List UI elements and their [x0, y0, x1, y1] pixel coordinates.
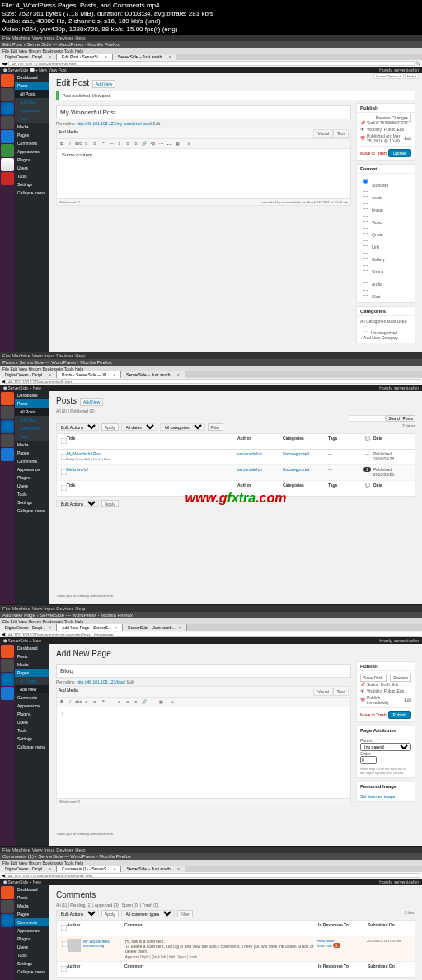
wp-icon[interactable]: ⬢	[3, 385, 7, 390]
post-category[interactable]: Uncategorized	[283, 467, 328, 478]
comment-types-select[interactable]: All comment types	[121, 910, 175, 917]
italic-icon[interactable]: I	[67, 141, 73, 147]
sidebar-pages[interactable]: Pages	[15, 131, 49, 139]
format-status[interactable]: Status	[360, 263, 411, 274]
trash-link[interactable]: Move to Trash	[360, 712, 387, 717]
bullet-icon[interactable]: ≡	[83, 699, 90, 705]
sidebar-tags[interactable]: Tags	[15, 114, 49, 123]
sidebar-all-posts[interactable]: All Posts	[15, 90, 49, 98]
close-icon[interactable]: ×	[179, 625, 181, 630]
sidebar-appearance[interactable]: Appearance	[15, 465, 49, 474]
tab-serverside[interactable]: ServerSide – Just anoth...×	[121, 371, 185, 378]
tab-serverside[interactable]: ServerSide – Just anoth...×	[113, 54, 176, 60]
link-icon[interactable]: 🔗	[141, 141, 148, 147]
format-chat[interactable]: Chat	[360, 287, 411, 299]
close-icon[interactable]: ×	[49, 54, 51, 59]
sidebar-comments[interactable]: Comments	[15, 693, 49, 702]
bullet-icon[interactable]: ≡	[83, 141, 90, 147]
visibility-edit[interactable]: Edit	[396, 127, 404, 132]
format-standard[interactable]: Standard	[360, 176, 411, 188]
more-icon[interactable]: ⋯	[149, 699, 156, 705]
sidebar-plugins[interactable]: Plugins	[15, 156, 49, 164]
page-title-input[interactable]	[56, 664, 351, 678]
sidebar-media[interactable]: Media	[15, 441, 49, 449]
close-icon[interactable]: ×	[177, 372, 180, 377]
bulk-actions-select[interactable]: Bulk Actions	[56, 500, 99, 507]
tab-serverside[interactable]: ServerSide – Just anoth...×	[121, 866, 185, 872]
hr-icon[interactable]: —	[108, 699, 115, 705]
unlink-icon[interactable]: ⛓	[149, 141, 156, 147]
app-icon[interactable]	[1, 130, 14, 143]
sidebar-categories[interactable]: Categories	[15, 106, 49, 114]
url-input[interactable]: 46.101.108.127/wp-admin/edit.php	[5, 379, 420, 384]
sidebar-tags[interactable]: Tags	[15, 432, 49, 441]
sidebar-add-new[interactable]: Add New	[15, 416, 49, 424]
sidebar-tools[interactable]: Tools	[15, 490, 49, 498]
sidebar-settings[interactable]: Settings	[15, 180, 49, 189]
quote-icon[interactable]: ❝	[100, 699, 106, 705]
in-response-link[interactable]: Hello world!	[317, 939, 335, 943]
new-link[interactable]: + New	[30, 385, 41, 390]
sidebar-posts[interactable]: Posts	[15, 652, 49, 660]
visual-tab[interactable]: Visual	[313, 129, 333, 138]
author-url[interactable]: wordpress.org	[83, 944, 110, 948]
sidebar-all-pages[interactable]: All Pages	[15, 677, 49, 685]
th-submitted[interactable]: Submitted On	[368, 922, 413, 934]
close-icon[interactable]: ×	[113, 866, 115, 871]
update-button[interactable]: Update	[388, 149, 411, 157]
app-icon[interactable]	[1, 434, 14, 447]
new-link[interactable]: + New	[35, 68, 47, 72]
sidebar-collapse[interactable]: Collapse menu	[15, 189, 49, 197]
sidebar-dashboard[interactable]: Dashboard	[15, 391, 49, 399]
app-icon[interactable]	[1, 158, 14, 171]
firefox-menubar[interactable]: File Edit View History Bookmarks Tools H…	[0, 618, 422, 624]
row-checkbox[interactable]	[62, 941, 68, 948]
th-tags[interactable]: Tags	[328, 436, 361, 447]
sidebar-appearance[interactable]: Appearance	[15, 926, 49, 935]
files-icon[interactable]	[1, 392, 14, 405]
tab-digitalocean[interactable]: DigitalOcean - Dropl...×	[0, 624, 57, 631]
preview-button[interactable]: Preview	[390, 674, 411, 682]
tab-serverside[interactable]: ServerSide – Just anoth...×	[123, 624, 186, 631]
th-title[interactable]: Title	[67, 436, 237, 447]
sidebar-users[interactable]: Users	[15, 943, 49, 951]
app-icon[interactable]	[1, 687, 14, 700]
files-icon[interactable]	[1, 645, 14, 658]
categories-select[interactable]: All categories	[160, 423, 205, 431]
status-edit[interactable]: Edit	[401, 120, 408, 125]
add-category-link[interactable]: + Add New Category	[360, 335, 398, 340]
tab-comments[interactable]: Comments (1) ‹ ServerS...×	[57, 866, 121, 872]
subsubsub[interactable]: All (2) | Published (2)	[56, 408, 95, 421]
sidebar-pages[interactable]: Pages	[15, 449, 49, 457]
tab-digitalocean[interactable]: DigitalOcean - Dropl...×	[0, 371, 57, 378]
add-media-button[interactable]: Add Media	[59, 129, 78, 138]
italic-icon[interactable]: I	[67, 699, 73, 705]
sidebar-tools[interactable]: Tools	[15, 951, 49, 959]
view-post-link[interactable]: View Post	[49, 68, 67, 72]
app-icon[interactable]	[1, 88, 14, 101]
wp-icon[interactable]: ⬢	[3, 638, 7, 643]
format-gallery[interactable]: Gallery	[360, 250, 411, 262]
search-input[interactable]	[349, 415, 386, 422]
sidebar-dashboard[interactable]: Dashboard	[15, 73, 49, 82]
align-center-icon[interactable]: ≡	[124, 699, 131, 705]
sidebar-posts[interactable]: Posts	[15, 399, 49, 408]
close-icon[interactable]: ×	[177, 866, 180, 871]
post-author[interactable]: serversidefun	[237, 467, 283, 478]
close-editor-icon[interactable]: ×	[185, 141, 192, 147]
tab-edit-post[interactable]: Edit Post ‹ ServerSi...×	[57, 54, 113, 60]
strike-icon[interactable]: abc	[75, 141, 82, 147]
help-tab[interactable]: Help ▾	[405, 73, 419, 79]
user-greeting[interactable]: Howdy, serversidefun	[379, 880, 419, 884]
sidebar-plugins[interactable]: Plugins	[15, 935, 49, 943]
firefox-icon[interactable]	[1, 914, 14, 927]
firefox-menubar[interactable]: File Edit View History Bookmarks Tools H…	[0, 48, 422, 54]
search-button[interactable]: Search Posts	[386, 415, 415, 422]
post-title-link[interactable]: My Wonderful Post	[67, 451, 101, 456]
sidebar-categories[interactable]: Categories	[15, 424, 49, 432]
numlist-icon[interactable]: ≡	[91, 699, 98, 705]
row-checkbox[interactable]	[61, 469, 68, 476]
th-comments-icon[interactable]: 💬	[361, 436, 373, 447]
hr-icon[interactable]: —	[108, 141, 115, 147]
add-new-button[interactable]: Add New	[92, 80, 115, 88]
